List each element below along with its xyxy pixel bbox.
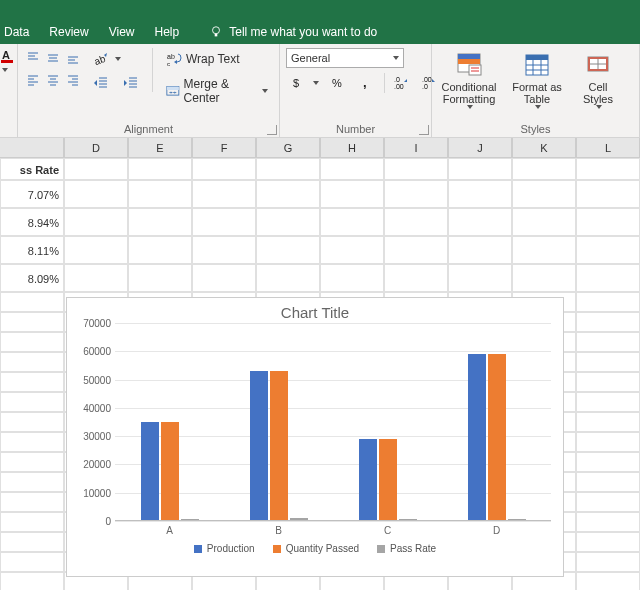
chart-bar[interactable] [488, 354, 506, 521]
align-center-button[interactable] [44, 70, 62, 90]
align-left-button[interactable] [24, 70, 42, 90]
font-color-icon[interactable]: A [0, 48, 16, 64]
cell[interactable]: 8.94% [0, 208, 64, 236]
cell[interactable] [128, 208, 192, 236]
cell[interactable] [576, 292, 640, 312]
cell[interactable] [576, 432, 640, 452]
cell[interactable] [0, 552, 64, 572]
column-header[interactable]: E [128, 138, 192, 158]
column-header[interactable]: I [384, 138, 448, 158]
column-header[interactable]: J [448, 138, 512, 158]
cell[interactable] [0, 452, 64, 472]
cell[interactable] [384, 264, 448, 292]
cell[interactable] [384, 158, 448, 180]
tab-review[interactable]: Review [49, 25, 88, 39]
cell[interactable] [0, 392, 64, 412]
column-header[interactable] [0, 138, 64, 158]
cell[interactable] [576, 512, 640, 532]
number-launcher[interactable] [419, 125, 429, 135]
cell[interactable] [576, 392, 640, 412]
cell[interactable] [576, 552, 640, 572]
align-middle-button[interactable] [44, 48, 62, 68]
cell[interactable] [256, 236, 320, 264]
cell[interactable] [0, 472, 64, 492]
cell[interactable] [256, 180, 320, 208]
increase-decimal-button[interactable]: .0.00 [389, 72, 415, 94]
cell[interactable] [576, 158, 640, 180]
cell[interactable] [512, 158, 576, 180]
cell[interactable] [576, 572, 640, 590]
cell[interactable]: 8.11% [0, 236, 64, 264]
cell[interactable] [576, 472, 640, 492]
cell[interactable] [0, 512, 64, 532]
cell[interactable] [576, 180, 640, 208]
cell[interactable] [576, 492, 640, 512]
cell[interactable] [256, 264, 320, 292]
tab-help[interactable]: Help [155, 25, 180, 39]
cell[interactable] [192, 208, 256, 236]
cell[interactable] [384, 208, 448, 236]
cell[interactable] [192, 180, 256, 208]
cell[interactable] [448, 264, 512, 292]
cell[interactable] [0, 372, 64, 392]
cell[interactable] [64, 180, 128, 208]
worksheet[interactable]: DEFGHIJKLss Rate7.07%8.94%8.11%8.09% Cha… [0, 138, 640, 590]
chart-bar[interactable] [359, 439, 377, 521]
cell[interactable] [512, 208, 576, 236]
cell[interactable] [128, 264, 192, 292]
align-right-button[interactable] [64, 70, 82, 90]
cell[interactable] [64, 264, 128, 292]
chart-bar[interactable] [161, 422, 179, 521]
cell-styles-button[interactable]: Cell Styles [574, 48, 622, 112]
cell[interactable] [384, 180, 448, 208]
percent-format-button[interactable]: % [326, 72, 352, 94]
cell[interactable] [448, 158, 512, 180]
cell[interactable] [448, 180, 512, 208]
chart-bar[interactable] [250, 371, 268, 521]
cell[interactable] [512, 180, 576, 208]
cell[interactable] [320, 264, 384, 292]
cell[interactable] [576, 208, 640, 236]
cell[interactable] [576, 332, 640, 352]
merge-center-button[interactable]: Merge & Center [161, 74, 273, 108]
align-bottom-button[interactable] [64, 48, 82, 68]
column-header[interactable]: F [192, 138, 256, 158]
dropdown-caret-icon[interactable] [2, 68, 8, 72]
alignment-launcher[interactable] [267, 125, 277, 135]
cell[interactable] [256, 158, 320, 180]
cell[interactable] [0, 412, 64, 432]
cell[interactable] [576, 236, 640, 264]
cell[interactable]: ss Rate [0, 158, 64, 180]
cell[interactable] [512, 236, 576, 264]
column-header[interactable]: G [256, 138, 320, 158]
cell[interactable] [0, 332, 64, 352]
cell[interactable] [320, 158, 384, 180]
column-header[interactable]: L [576, 138, 640, 158]
chart-bar[interactable] [141, 422, 159, 521]
cell[interactable] [64, 208, 128, 236]
cell[interactable] [448, 236, 512, 264]
cell[interactable] [576, 352, 640, 372]
cell[interactable] [320, 208, 384, 236]
cell[interactable] [0, 352, 64, 372]
cell[interactable] [192, 236, 256, 264]
cell[interactable] [576, 312, 640, 332]
column-header[interactable]: H [320, 138, 384, 158]
tab-view[interactable]: View [109, 25, 135, 39]
cell[interactable] [320, 180, 384, 208]
tell-me[interactable]: Tell me what you want to do [209, 25, 377, 39]
cell[interactable] [448, 208, 512, 236]
column-header[interactable]: K [512, 138, 576, 158]
cell[interactable] [384, 236, 448, 264]
cell[interactable] [64, 236, 128, 264]
chart-bar[interactable] [468, 354, 486, 521]
cell[interactable] [576, 452, 640, 472]
column-header[interactable]: D [64, 138, 128, 158]
number-format-select[interactable]: General [286, 48, 404, 68]
cell[interactable] [256, 208, 320, 236]
cell[interactable] [64, 158, 128, 180]
chart-bar[interactable] [379, 439, 397, 521]
cell[interactable] [128, 180, 192, 208]
align-top-button[interactable] [24, 48, 42, 68]
cell[interactable] [192, 264, 256, 292]
